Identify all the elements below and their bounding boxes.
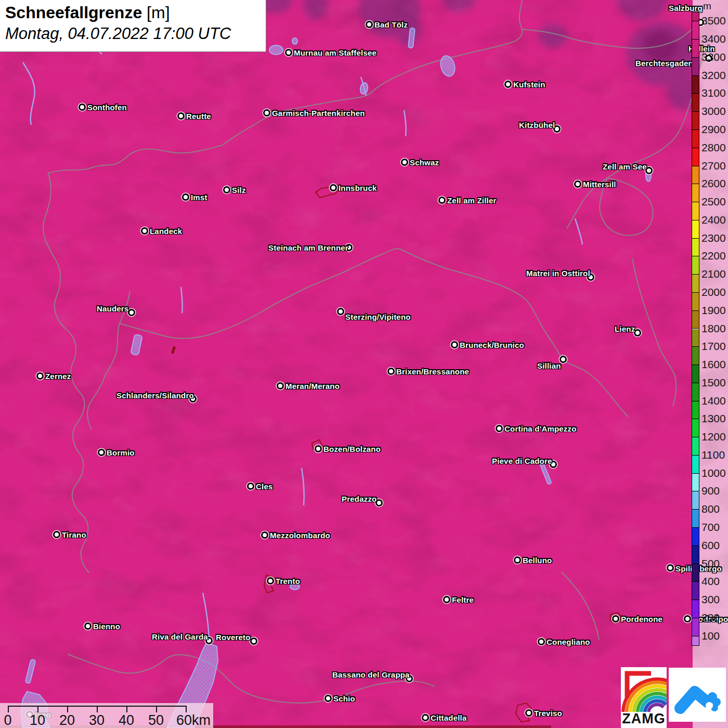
- colorbar-tick-label: 2900: [701, 123, 726, 136]
- city-dot: [438, 197, 446, 204]
- city-label: Garmisch-Partenkirchen: [272, 109, 365, 118]
- title-text: Schneefallgrenze: [5, 3, 142, 22]
- colorbar-tick-label: 1900: [701, 304, 726, 317]
- city-label: Mezzolombardo: [270, 531, 330, 540]
- colorbar-segment: [692, 94, 699, 112]
- scale-bar-tick: [156, 706, 157, 712]
- colorbar-tick-label: 2600: [701, 177, 726, 190]
- city-label: Zernez: [45, 372, 71, 381]
- colorbar-tick-label: 1400: [701, 395, 726, 407]
- city-label: Feltre: [452, 595, 474, 604]
- scale-bar-label: 30: [89, 712, 105, 728]
- city-label: Kufstein: [513, 80, 545, 89]
- colorbar-segment: [692, 220, 699, 239]
- colorbar-tick-label: 1600: [701, 358, 726, 371]
- city-dot: [324, 695, 332, 702]
- colorbar-segment: [692, 58, 699, 76]
- scale-bar-tick: [37, 706, 38, 712]
- city-label: Cortina d'Ampezzo: [504, 424, 577, 433]
- city-dot: [496, 425, 503, 432]
- city-dot: [182, 193, 189, 201]
- colorbar-segment: [692, 401, 699, 420]
- city-dot: [667, 564, 674, 571]
- city-label: Bassano del Grappa: [332, 670, 410, 679]
- colorbar-segment: [692, 112, 699, 130]
- colorbar-segment: [692, 419, 699, 437]
- city-label: Zell am Ziller: [447, 196, 497, 205]
- colorbar-segment: [692, 239, 699, 257]
- colorbar-segment: [692, 546, 699, 564]
- zamg-logo-text: ZAMG: [621, 711, 667, 727]
- city-dot: [612, 615, 619, 622]
- snow-mountain-logo: [669, 668, 726, 722]
- colorbar-tick-label: 100: [701, 630, 720, 642]
- city-label: Predazzo: [342, 495, 376, 503]
- city-dot: [84, 622, 92, 630]
- city-label: Bozen/Bolzano: [323, 445, 381, 453]
- colorbar-tick-label: 900: [701, 485, 720, 497]
- colorbar-segment: [692, 600, 699, 618]
- city-dot: [422, 714, 429, 721]
- colorbar-tick-label: 2200: [701, 250, 726, 262]
- colorbar-unit-label: m: [703, 1, 711, 12]
- city-label: Kitzbühel: [519, 121, 555, 129]
- colorbar-segment: [692, 564, 699, 582]
- city-dot: [53, 531, 60, 538]
- colorbar-segment: [692, 510, 699, 528]
- title-unit: [m]: [142, 3, 170, 22]
- city-markers-layer: Bad TölzMurnau am StaffelseeKufsteinSont…: [0, 0, 728, 728]
- elevation-colorbar: [692, 12, 699, 646]
- colorbar-segment: [692, 456, 699, 474]
- colorbar-segment: [692, 21, 699, 40]
- colorbar-segment: [692, 582, 699, 600]
- scale-bar-tick: [97, 706, 98, 712]
- colorbar-segment: [692, 474, 699, 492]
- mountain-snow-icon: [669, 668, 726, 722]
- city-dot: [250, 638, 257, 645]
- city-label: Sillian: [537, 361, 561, 370]
- scale-bar-tick: [67, 706, 68, 712]
- colorbar-tick-label: 3500: [701, 15, 726, 27]
- city-label: Lienz: [615, 324, 635, 333]
- city-label: Tirano: [62, 530, 86, 539]
- city-dot: [285, 49, 292, 56]
- city-label: Berchtesgaden: [635, 59, 693, 68]
- colorbar-tick-label: 2300: [701, 232, 726, 244]
- city-dot: [128, 309, 135, 316]
- city-dot: [141, 227, 148, 235]
- colorbar-segment: [692, 40, 699, 58]
- colorbar-segment: [692, 636, 699, 645]
- title-box: Schneefallgrenze [m] Montag, 04.07.2022 …: [0, 0, 266, 52]
- colorbar-segment: [692, 329, 699, 347]
- scale-bar-label: 40: [119, 712, 134, 728]
- city-label: Innsbruck: [339, 184, 376, 192]
- city-label: Bad Tölz: [374, 20, 408, 29]
- city-dot: [538, 638, 545, 645]
- scale-bar-tick: [126, 706, 127, 712]
- page-title: Schneefallgrenze [m]: [5, 3, 266, 22]
- city-label: Rovereto: [216, 633, 251, 642]
- colorbar-segment: [692, 148, 699, 166]
- city-label: Sonthofen: [87, 103, 127, 112]
- city-label: Bruneck/Brunico: [460, 341, 524, 349]
- colorbar-tick-label: 800: [701, 503, 720, 515]
- city-label: Bormio: [107, 448, 135, 457]
- city-dot: [514, 556, 521, 564]
- colorbar-tick-label: 600: [701, 539, 720, 552]
- city-label: Bienno: [93, 622, 120, 631]
- city-dot: [401, 159, 408, 166]
- city-label: Landeck: [150, 227, 182, 236]
- city-label: Treviso: [534, 709, 562, 718]
- city-label: Schlanders/Silandro: [116, 391, 194, 400]
- zamg-logo: ZAMG: [621, 667, 667, 728]
- colorbar-tick-label: 3400: [701, 33, 726, 45]
- city-label: Nauders: [97, 304, 128, 313]
- city-dot: [451, 341, 458, 348]
- colorbar-tick-label: 2700: [701, 160, 726, 172]
- city-dot: [525, 709, 532, 717]
- city-label: Steinach am Brenner: [268, 243, 348, 252]
- city-label: Brixen/Bressanone: [396, 367, 469, 376]
- city-dot: [315, 445, 322, 452]
- colorbar-segment: [692, 618, 699, 636]
- colorbar-tick-label: 3000: [701, 105, 726, 118]
